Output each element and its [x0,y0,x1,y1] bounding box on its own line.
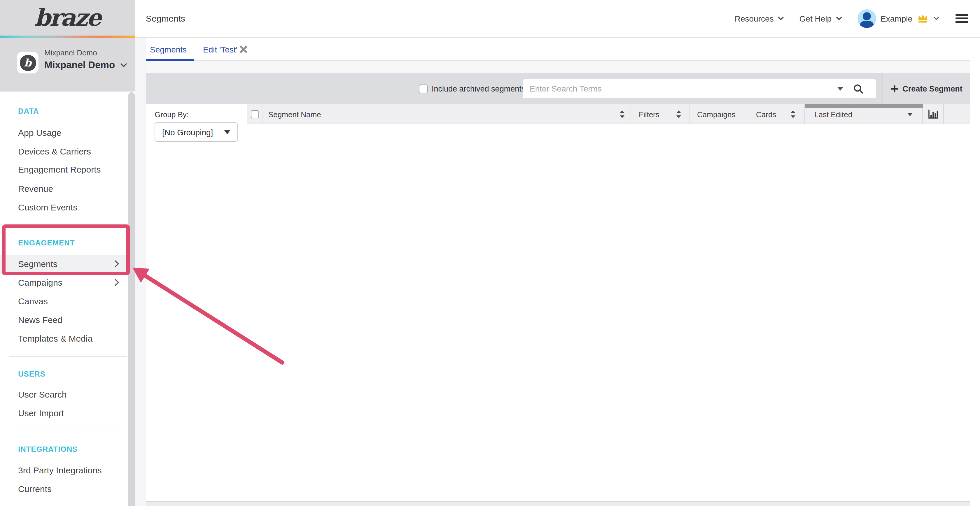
hamburger-menu-button[interactable] [956,14,968,23]
sort-icon[interactable] [619,110,625,118]
hamburger-bar [956,17,968,19]
sidebar-scrollbar[interactable] [128,92,134,506]
chevron-right-icon [115,260,119,268]
segments-toolbar: Include archived segments Create Segment [146,73,970,104]
workspace-logo-icon: b [17,52,38,73]
sidebar-item-revenue[interactable]: Revenue [0,179,128,198]
sidebar-item-app-usage[interactable]: App Usage [0,124,128,142]
top-bar-actions: Resources Get Help Example [735,0,968,37]
chevron-down-icon [120,63,127,67]
sidebar-item-segments[interactable]: Segments [0,255,128,273]
user-name: Example [881,14,912,23]
workspace-name-row: Mixpanel Demo [45,59,127,71]
create-segment-label: Create Segment [902,84,963,93]
sidebar-item-canvas[interactable]: Canvas [0,292,128,310]
resources-label: Resources [735,14,774,23]
include-archived-checkbox[interactable] [419,84,428,93]
column-label: Last Edited [815,110,852,119]
hamburger-bar [956,21,968,23]
close-tab-icon[interactable] [240,46,247,53]
sidebar-item-custom-events[interactable]: Custom Events [0,198,128,216]
sort-icon[interactable] [676,110,681,118]
sidebar-item-currents[interactable]: Currents [0,480,128,498]
workspace-name: Mixpanel Demo [45,59,115,71]
user-menu[interactable]: Example [857,9,939,28]
tab-segments[interactable]: Segments [150,38,187,60]
content-panel: Segments Edit 'Test' Include archived se… [146,38,970,506]
sorted-column-indicator [805,104,923,108]
panel-spacer [146,61,970,73]
sidebar-item-news-feed[interactable]: News Feed [0,311,128,329]
tab-label: Segments [150,45,187,54]
workspace-logo-letter: b [19,54,36,71]
sidebar-item-label: Campaigns [18,278,62,287]
include-archived-control[interactable]: Include archived segments [419,73,525,104]
select-all-cell [247,104,262,124]
column-label: Filters [639,110,659,119]
sidebar-item-campaigns[interactable]: Campaigns [0,273,128,292]
page-title: Segments [146,0,185,37]
column-filters[interactable]: Filters [631,104,689,124]
search-input[interactable] [523,79,876,98]
caret-down-icon [224,130,231,134]
bar-chart-icon [928,109,938,119]
group-by-label: Group By: [154,110,189,119]
chevron-down-icon [835,16,842,21]
avatar-head [862,12,870,20]
tab-label: Edit 'Test' [203,45,237,54]
search-box [523,79,876,98]
braze-app-window: Segments Resources Get Help Example braz… [0,0,980,506]
crown-icon [917,13,929,23]
sidebar-divider [10,356,127,357]
tab-bar: Segments Edit 'Test' [146,38,970,61]
layout-gap [135,38,146,506]
table-header: Segment Name Filters Campaigns Cards Las… [247,104,970,124]
search-icon[interactable] [853,84,863,94]
get-help-menu[interactable]: Get Help [799,14,842,23]
column-segment-name[interactable]: Segment Name [262,104,631,124]
sidebar-item-engagement-reports[interactable]: Engagement Reports [0,160,128,178]
column-label: Campaigns [697,110,736,119]
group-by-panel: Group By: [No Grouping] [146,104,247,501]
resources-menu[interactable]: Resources [735,14,784,23]
get-help-label: Get Help [799,14,832,23]
group-by-select[interactable]: [No Grouping] [154,122,238,142]
sidebar-item-templates-media[interactable]: Templates & Media [0,329,128,347]
sidebar-item-devices-carriers[interactable]: Devices & Carriers [0,142,128,160]
sidebar-item-user-import[interactable]: User Import [0,404,128,422]
avatar-body [859,21,873,28]
horizontal-scrollbar[interactable] [146,501,970,506]
hamburger-bar [956,14,968,16]
section-header-users: USERS [18,366,46,382]
workspace-switcher[interactable]: b Mixpanel Demo Mixpanel Demo [0,38,135,92]
sidebar-nav: DATA App Usage Devices & Carriers Engage… [0,92,128,506]
sidebar-divider [10,431,127,431]
column-last-edited[interactable]: Last Edited [805,104,923,124]
section-header-engagement: ENGAGEMENT [18,235,75,251]
sidebar-header: braze b Mixpanel Demo Mixpanel Demo [0,0,135,92]
tab-edit-test[interactable]: Edit 'Test' [203,38,237,60]
column-campaigns[interactable]: Campaigns [689,104,747,124]
group-by-value: [No Grouping] [162,127,213,137]
create-segment-button[interactable]: Create Segment [883,73,970,104]
chevron-down-icon [778,16,784,21]
column-analytics[interactable] [923,104,944,124]
sidebar-item-user-search[interactable]: User Search [0,385,128,403]
sidebar-item-label: Segments [18,259,57,269]
sidebar-item-3rd-party-integrations[interactable]: 3rd Party Integrations [0,461,128,479]
top-bar: Segments Resources Get Help Example [135,0,980,38]
section-header-data: DATA [18,103,39,119]
include-archived-label: Include archived segments [432,84,525,93]
search-dropdown-caret-icon[interactable] [837,87,843,91]
plus-icon [891,85,898,92]
column-cards[interactable]: Cards [747,104,805,124]
braze-logo[interactable]: braze [0,3,135,36]
brand-gradient-bar [0,36,135,38]
active-tab-underline [146,59,194,61]
select-all-checkbox[interactable] [251,110,259,118]
chevron-down-icon [933,16,939,21]
caret-down-icon[interactable] [907,112,913,116]
sort-icon[interactable] [791,110,795,118]
avatar [857,9,876,28]
section-header-integrations: INTEGRATIONS [18,441,78,458]
